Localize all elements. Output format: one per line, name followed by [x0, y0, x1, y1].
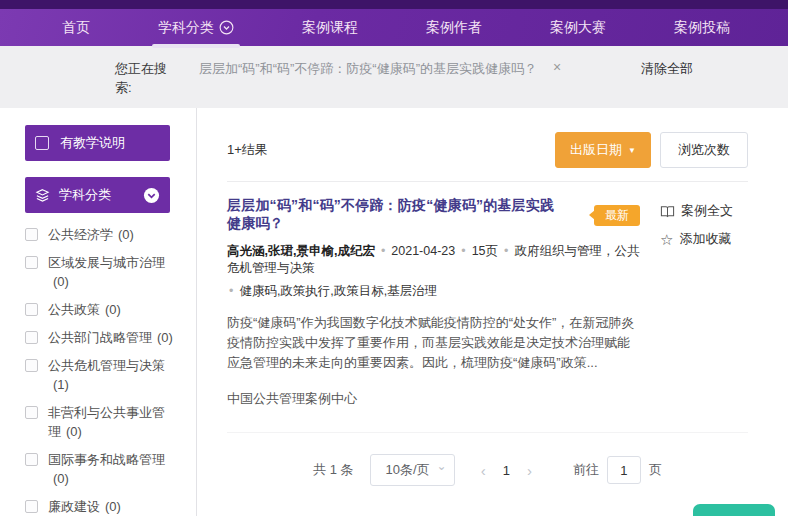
filter-label: 公共危机管理与决策	[48, 358, 165, 373]
clear-all-button[interactable]: 清除全部	[641, 59, 693, 108]
filter-label: 公共经济学	[48, 227, 113, 242]
checkbox[interactable]	[25, 303, 38, 316]
star-icon: ☆	[660, 232, 673, 247]
teaching-note-filter[interactable]: 有教学说明	[25, 125, 170, 161]
filter-count: (0)	[105, 499, 121, 514]
result-source: 中国公共管理案例中心	[227, 390, 640, 408]
checkbox[interactable]	[25, 359, 38, 372]
search-status-label: 您正在搜索:	[115, 59, 173, 108]
nav-label: 案例大赛	[550, 19, 606, 37]
page-count: 15页	[472, 244, 498, 258]
chevron-down-circle-icon	[219, 20, 234, 35]
action-label: 添加收藏	[679, 230, 731, 248]
fulltext-action[interactable]: 案例全文	[660, 202, 748, 220]
nav-item-courses[interactable]: 案例课程	[302, 9, 358, 46]
section-title: 学科分类	[59, 186, 111, 204]
filter-label: 廉政建设	[48, 499, 100, 514]
action-label: 案例全文	[681, 202, 733, 220]
results-count: 1+结果	[227, 141, 268, 159]
nav-label: 案例投稿	[674, 19, 730, 37]
results-panel: 1+结果 出版日期 ▼ 浏览次数 层层加“码”和“码”不停蹄：防疫“健康码”的基…	[197, 108, 788, 516]
goto-label: 前往	[573, 461, 599, 479]
new-badge: 最新	[594, 205, 640, 226]
filter-label: 公共部门战略管理	[48, 330, 152, 345]
sort-publish-date-button[interactable]: 出版日期 ▼	[555, 132, 651, 168]
result-meta: 高光涵,张珺,景申榆,成纪宏•2021-04-23•15页•政府组织与管理，公共…	[227, 243, 640, 277]
bullet: •	[461, 244, 465, 258]
total-count: 共 1 条	[313, 461, 353, 479]
page-size-select[interactable]: 10条/页 ⌄	[370, 454, 455, 486]
publish-date: 2021-04-23	[391, 244, 455, 258]
nav-label: 首页	[62, 19, 90, 37]
nav-item-authors[interactable]: 案例作者	[426, 9, 482, 46]
filter-text: 公共经济学(0)	[48, 225, 134, 244]
close-icon[interactable]: ×	[553, 59, 561, 108]
result-summary: 防疫“健康码”作为我国数字化技术赋能疫情防控的“处女作”，在新冠肺炎疫情防控实践…	[227, 313, 640, 373]
nav-item-home[interactable]: 首页	[62, 9, 90, 46]
nav-label: 案例课程	[302, 19, 358, 37]
divider	[227, 181, 748, 182]
result-title-link[interactable]: 层层加“码”和“码”不停蹄：防疫“健康码”的基层实践健康吗？	[227, 197, 568, 233]
filter-item[interactable]: 公共部门战略管理(0)	[25, 328, 184, 347]
favorite-action[interactable]: ☆ 添加收藏	[660, 230, 748, 248]
authors: 高光涵,张珺,景申榆,成纪宏	[227, 244, 375, 258]
checkbox[interactable]	[25, 500, 38, 513]
page-number[interactable]: 1	[499, 463, 514, 478]
search-status-bar: 您正在搜索: 层层加“码”和“码”不停蹄：防疫“健康码”的基层实践健康吗？ × …	[0, 46, 788, 108]
button-label: 浏览次数	[678, 141, 730, 159]
filter-label: 公共政策	[48, 302, 100, 317]
top-strip	[0, 0, 788, 9]
filter-item[interactable]: 公共政策(0)	[25, 300, 184, 319]
filter-sidebar: 有教学说明 学科分类 公共经济学(0) 区域发展与城市治理(0) 公共政策(0)	[0, 108, 197, 516]
filter-text: 非营利与公共事业管理(0)	[48, 403, 168, 441]
floating-widget-button[interactable]	[693, 504, 775, 516]
checkbox[interactable]	[25, 256, 38, 269]
chevron-down-icon: ⌄	[437, 459, 447, 473]
sort-views-button[interactable]: 浏览次数	[660, 132, 748, 168]
bullet: •	[381, 244, 385, 258]
filter-label: 国际事务和战略管理	[48, 452, 165, 467]
chevron-down-icon[interactable]	[143, 187, 160, 204]
filter-count: (0)	[118, 227, 134, 242]
caret-down-icon: ▼	[628, 146, 636, 155]
filter-text: 公共政策(0)	[48, 300, 121, 319]
filter-count: (0)	[157, 330, 173, 345]
filter-item[interactable]: 非营利与公共事业管理(0)	[25, 403, 184, 441]
nav-item-contest[interactable]: 案例大赛	[550, 9, 606, 46]
filter-label: 区域发展与城市治理	[48, 255, 165, 270]
filter-item[interactable]: 公共经济学(0)	[25, 225, 184, 244]
filter-count: (0)	[66, 424, 82, 439]
filter-label: 有教学说明	[60, 134, 125, 152]
filter-text: 公共危机管理与决策(1)	[48, 356, 184, 394]
checkbox[interactable]	[25, 331, 38, 344]
filter-item[interactable]: 公共危机管理与决策(1)	[25, 356, 184, 394]
checkbox[interactable]	[35, 136, 49, 150]
checkbox[interactable]	[25, 228, 38, 241]
result-keywords: •健康码,政策执行,政策目标,基层治理	[227, 283, 640, 300]
checkbox[interactable]	[25, 406, 38, 419]
bullet: •	[229, 284, 233, 298]
filter-item[interactable]: 区域发展与城市治理(0)	[25, 253, 184, 291]
nav-item-subjects[interactable]: 学科分类	[158, 9, 234, 46]
prev-page-button[interactable]: ‹	[481, 462, 486, 479]
filter-item[interactable]: 国际事务和战略管理(0)	[25, 450, 184, 488]
book-icon	[660, 204, 675, 219]
filter-count: (1)	[53, 377, 69, 392]
filter-item[interactable]: 廉政建设(0)	[25, 497, 184, 516]
main-nav: 首页 学科分类 案例课程 案例作者 案例大赛 案例投稿	[0, 9, 788, 46]
sidebar-section-subjects[interactable]: 学科分类	[25, 177, 170, 213]
filter-text: 公共部门战略管理(0)	[48, 328, 173, 347]
filter-text: 区域发展与城市治理(0)	[48, 253, 168, 291]
filter-count: (0)	[53, 471, 69, 486]
layers-icon	[35, 188, 50, 203]
goto-page-input[interactable]	[607, 456, 641, 484]
button-label: 出版日期	[570, 141, 622, 159]
filter-text: 廉政建设(0)	[48, 497, 121, 516]
checkbox[interactable]	[25, 453, 38, 466]
nav-item-submit[interactable]: 案例投稿	[674, 9, 730, 46]
subject-filter-list: 公共经济学(0) 区域发展与城市治理(0) 公共政策(0) 公共部门战略管理(0…	[25, 225, 184, 516]
next-page-button[interactable]: ›	[527, 462, 532, 479]
result-item: 层层加“码”和“码”不停蹄：防疫“健康码”的基层实践健康吗？ 最新 高光涵,张珺…	[227, 197, 748, 408]
goto-suffix: 页	[649, 461, 662, 479]
bullet: •	[504, 244, 508, 258]
